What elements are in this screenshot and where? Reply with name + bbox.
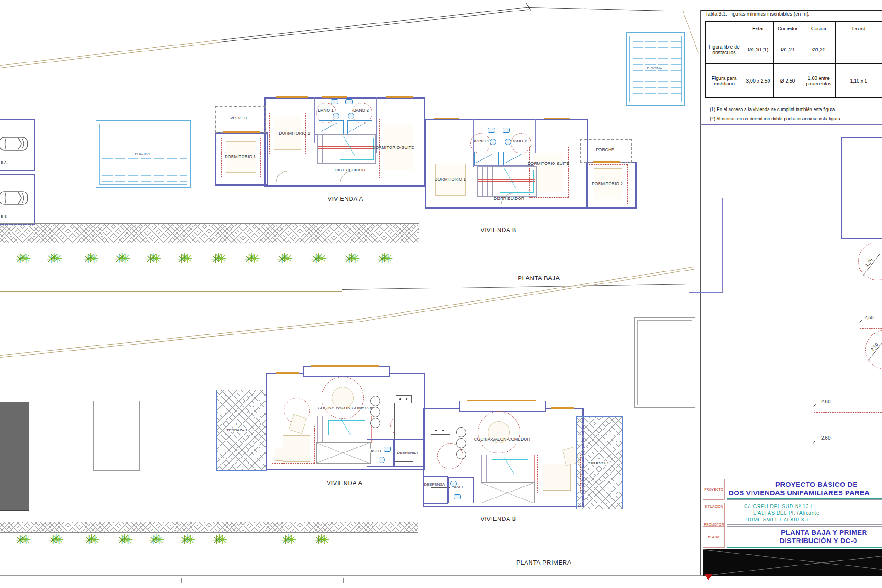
room-label-bano2-a: BAÑO 2 [353,108,369,113]
plant-icon: ✳ [317,532,327,544]
plant-icon: ✳ [215,532,225,544]
vivienda-b-pp-bump [459,401,546,412]
sofa [543,464,571,491]
redacted-block [703,549,882,576]
table-cell: Ø1,20 [802,35,836,64]
vivienda-a-pp-bump [303,366,390,377]
drawing-sheet: E A E B PISCINA PISCINA PORCHE [0,0,882,588]
room-label-cocina-a: COCINA-SALÓN-COMEDOR [318,406,374,410]
window-sill [276,372,299,374]
teal-rule [727,547,882,548]
empty-pool-inner [637,320,692,405]
kitchen-burners [432,426,449,435]
dim-line [814,442,882,442]
detail-line [689,292,722,293]
toilet-icon [488,128,495,133]
table-cell: 1,10 x 1 [836,64,882,98]
window-sill [467,400,536,401]
titleblock-proyecto-label: PROYECTO [704,488,724,491]
room-label-suite-a: DORMITORIO-SUITE [372,145,414,150]
table-cell [836,35,882,64]
table-col-empty [706,22,743,35]
sink-icon [505,139,511,145]
plant-icon: ✳ [380,251,390,263]
room-label-aseo-a: ASEO [370,449,381,453]
toilet-icon [503,128,510,133]
titleblock-situacion-label: SITUACION [705,505,724,508]
room-label-dormitorio1-b: DORMITORIO 1 [435,177,466,181]
window-sill [551,407,574,409]
window-sill [544,118,570,119]
partition [376,97,377,153]
table-cell: Ø1,20 [773,35,802,64]
table-col-estar: Estar [743,22,773,35]
sink-icon [348,113,354,119]
plant-icon: ✳ [49,251,59,263]
barstool [370,407,380,417]
sofa [283,435,310,462]
despensa-b-walls [423,476,448,504]
vivienda-a-label: VIVIENDA A [328,195,363,202]
toilet-icon [331,99,338,104]
bed [534,153,563,192]
plant-icon: ✳ [247,251,257,263]
barstool [370,396,380,406]
empty-pool-right [634,317,695,408]
plano-line2: DISTRIBUCIÓN Y DC-0 [780,537,857,544]
plant-icon: ✳ [117,251,127,263]
cross-line [317,443,370,464]
detail-rect [841,137,882,239]
understair-storage [316,442,371,464]
plot-boundary-line [220,7,529,42]
note-2: (2) Al menos en un dormitorio doble podr… [710,116,842,121]
sink-icon [379,457,385,463]
plant-icon: ✳ [214,251,224,263]
window-sill [223,131,260,133]
plot-boundary-line [34,322,36,402]
situacion-line2: L'ALFÀS DEL PI. (Alicante [753,510,820,515]
shower-icon [474,152,499,165]
plant-icon: ✳ [120,532,130,544]
teal-rule [727,498,882,499]
cross-line [703,549,882,576]
solid-block [0,402,29,511]
planta-primera-caption: PLANTA PRIMERA [516,559,571,566]
window-sill [434,118,459,119]
vivienda-b-pp-label: VIVIENDA B [481,515,516,522]
legend-dim-2: 2,50 [865,315,873,320]
burner-dot [406,398,407,400]
shower-icon [347,120,372,134]
room-label-cocina-b: COCINA-SALÓN-COMEDOR [474,437,531,441]
plant-icon: ✳ [87,532,97,544]
titleblock-plano-box: PLANO [703,526,725,548]
plant-icon: ✳ [148,251,158,263]
pavement [0,223,419,243]
plant-icon: ✳ [347,251,357,263]
titleblock-proyecto-box: PROYECTO [703,479,725,500]
plot-boundary-line [342,284,685,290]
margin-tick [181,578,182,583]
dim-line [860,322,882,322]
vivienda-b-label: VIVIENDA B [481,226,516,233]
room-label-porche-b: PORCHE [596,147,614,152]
empty-pool-inner [96,404,136,468]
plant-icon: ✳ [283,532,294,544]
panel-divider-line [700,10,701,576]
room-label-dormitorio2-b: DORMITORIO 2 [592,181,623,186]
red-marker-icon [705,574,712,580]
window-sill [276,96,308,98]
room-label-porche-a: PORCHE [230,116,249,120]
pavement [0,522,418,533]
legend-dim-5: 2.60 [821,435,830,441]
burner-dot [399,398,401,400]
car-icon [0,191,28,205]
table-col-cocina: Cocina [802,22,836,35]
room-label-despensa-a: DESPENSA [396,451,418,455]
table-cell: Ø 2,50 [773,64,802,98]
burner-dot [435,430,437,431]
room-label-bano1-a: BAÑO 1 [318,108,334,113]
titleblock-plano-label: PLANO [708,536,719,539]
sink-icon [450,481,457,487]
min-figure-circle [470,133,491,153]
detail-line [722,198,723,293]
